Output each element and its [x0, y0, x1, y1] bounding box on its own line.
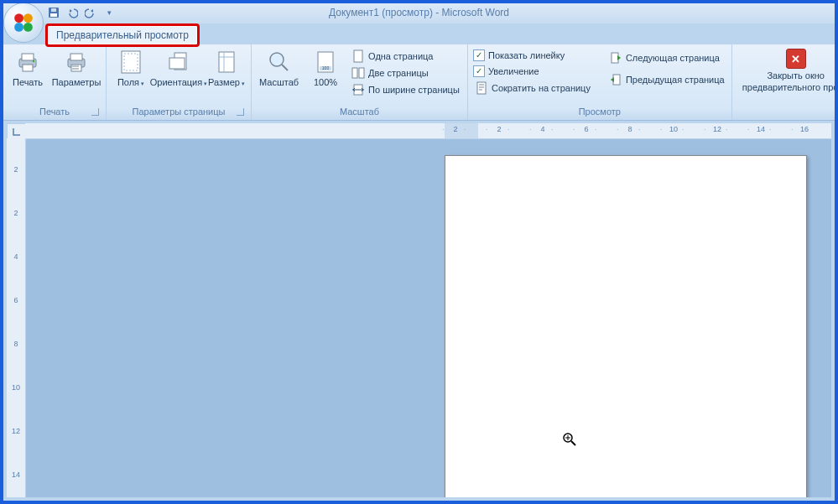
ruler-v-ticks: 2246810121416	[9, 158, 23, 504]
shrink-one-page-button[interactable]: Сократить на страницу	[473, 81, 592, 96]
svg-rect-25	[352, 68, 357, 78]
svg-rect-8	[22, 54, 34, 60]
tab-print-preview[interactable]: Предварительный просмотр	[45, 23, 200, 47]
group-close: ✕ Закрыть окно предварительного просм	[732, 44, 838, 120]
group-close-label	[737, 115, 838, 119]
horizontal-ruler[interactable]: 2246810121416	[25, 123, 831, 139]
tab-stop-icon	[13, 127, 21, 136]
window-title: Документ1 (просмотр) - Microsoft Word	[3, 7, 835, 18]
svg-rect-13	[71, 65, 81, 71]
zoom-100-label: 100%	[314, 77, 337, 87]
margins-label: Поля	[117, 77, 144, 87]
magnify-cursor-icon	[562, 432, 577, 447]
two-pages-label: Две страницы	[368, 68, 429, 78]
close-icon: ✕	[786, 49, 806, 69]
zoom-100-button[interactable]: 100 100%	[306, 47, 345, 89]
svg-point-1	[23, 13, 33, 23]
svg-rect-17	[169, 58, 185, 69]
print-label: Печать	[13, 77, 43, 87]
svg-rect-12	[70, 54, 82, 60]
print-button[interactable]: Печать	[8, 47, 47, 89]
svg-line-20	[282, 65, 288, 70]
zoom-button[interactable]: Масштаб	[257, 47, 301, 89]
next-page-button[interactable]: Следующая страница	[607, 50, 726, 65]
two-pages-icon	[351, 66, 365, 80]
close-preview-button[interactable]: ✕ Закрыть окно предварительного просм	[739, 47, 838, 94]
margins-icon	[117, 49, 144, 75]
prev-page-icon	[609, 73, 622, 86]
checkbox-checked-icon: ✓	[473, 65, 485, 77]
prev-page-label: Предыдущая страница	[626, 75, 725, 85]
group-page-setup: Поля Ориентация Размер Параметры страниц…	[107, 44, 252, 120]
magnifier-checkbox[interactable]: ✓ Увеличение	[473, 65, 592, 78]
close-label-1: Закрыть окно	[767, 70, 825, 81]
svg-rect-28	[477, 82, 486, 94]
magnifier-icon	[266, 49, 293, 75]
orientation-button[interactable]: Ориентация	[155, 47, 202, 89]
svg-point-3	[23, 23, 33, 32]
group-zoom-label: Масштаб	[257, 105, 462, 119]
two-pages-button[interactable]: Две страницы	[350, 65, 461, 81]
close-label-2: предварительного просм	[742, 82, 838, 92]
group-preview: ✓ Показать линейку ✓ Увеличение Сократит…	[468, 44, 732, 120]
size-button[interactable]: Размер	[207, 47, 246, 89]
one-page-icon	[351, 49, 365, 63]
svg-point-0	[14, 13, 23, 23]
page-preview	[445, 155, 807, 497]
checkbox-checked-icon: ✓	[473, 49, 485, 61]
next-page-icon	[609, 51, 622, 65]
vertical-ruler[interactable]: 2246810121416	[7, 138, 26, 497]
svg-rect-18	[219, 52, 234, 72]
svg-point-19	[270, 53, 284, 66]
orientation-label: Ориентация	[150, 77, 207, 87]
ribbon: Печать Параметры Печать Поля	[3, 44, 835, 121]
ruler-h-ticks: 2246810121416	[445, 125, 815, 133]
one-page-button[interactable]: Одна страница	[350, 49, 461, 64]
svg-rect-9	[23, 65, 33, 71]
group-zoom: Масштаб 100 100% Одна страница Две ст	[252, 44, 468, 120]
office-button[interactable]	[3, 3, 44, 43]
next-page-label: Следующая страница	[626, 53, 720, 63]
orientation-icon	[165, 49, 192, 75]
group-preview-label: Просмотр	[473, 105, 726, 119]
svg-point-10	[33, 60, 34, 62]
options-label: Параметры	[52, 77, 101, 87]
shrink-label: Сократить на страницу	[492, 83, 591, 93]
office-logo-icon	[13, 12, 34, 34]
zoom-label: Масштаб	[259, 77, 299, 87]
svg-rect-26	[359, 68, 364, 78]
page-100-icon: 100	[312, 49, 339, 75]
ruler-corner	[7, 123, 27, 140]
svg-text:100: 100	[322, 65, 330, 70]
margins-button[interactable]: Поля	[112, 47, 150, 89]
group-print: Печать Параметры Печать	[3, 44, 107, 120]
options-button[interactable]: Параметры	[52, 47, 101, 89]
prev-page-button[interactable]: Предыдущая страница	[607, 72, 726, 87]
document-canvas[interactable]	[25, 138, 831, 497]
svg-point-2	[14, 23, 23, 32]
svg-line-32	[571, 441, 575, 445]
size-label: Размер	[208, 77, 245, 87]
show-ruler-label: Показать линейку	[488, 50, 565, 60]
group-page-setup-label: Параметры страницы	[112, 105, 246, 119]
group-print-label: Печать	[8, 105, 101, 119]
size-icon	[213, 49, 240, 75]
app-window: ▾ Документ1 (просмотр) - Microsoft Word …	[0, 0, 838, 504]
svg-rect-24	[354, 50, 362, 62]
one-page-label: Одна страница	[368, 51, 433, 61]
options-icon	[63, 49, 90, 75]
page-width-label: По ширине страницы	[368, 85, 460, 95]
show-ruler-checkbox[interactable]: ✓ Показать линейку	[473, 49, 592, 62]
printer-icon	[14, 49, 41, 75]
ribbon-tabs: Предварительный просмотр	[3, 23, 835, 44]
shrink-icon	[475, 81, 488, 95]
workspace: 2246810121416 2246810121416	[7, 123, 831, 497]
svg-rect-30	[613, 75, 620, 85]
page-width-icon	[351, 83, 365, 96]
titlebar: ▾ Документ1 (просмотр) - Microsoft Word	[3, 3, 835, 23]
magnifier-label: Увеличение	[488, 66, 539, 76]
svg-rect-29	[612, 53, 618, 63]
page-width-button[interactable]: По ширине страницы	[350, 82, 461, 97]
